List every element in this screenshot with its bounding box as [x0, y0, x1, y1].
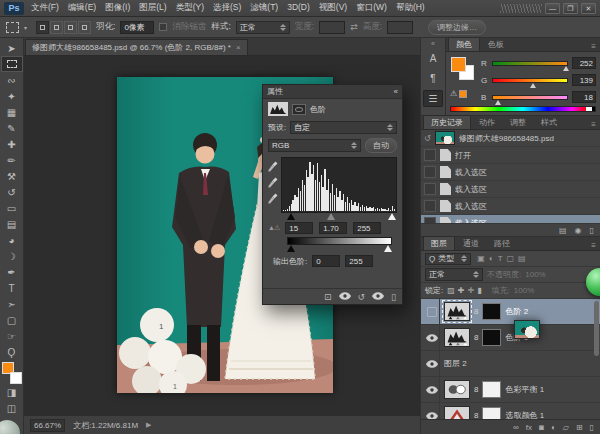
type-tool[interactable]: T [1, 280, 23, 296]
new-layer-icon[interactable]: ⊞ [576, 423, 583, 432]
filter-pixel-layers-icon[interactable]: ▣ [477, 254, 485, 263]
history-source-checkbox[interactable] [424, 149, 436, 161]
black-output-slider[interactable] [287, 245, 295, 252]
gamut-warning-icon[interactable]: ⚠ [450, 89, 457, 98]
levels-thumbnail[interactable] [444, 302, 470, 321]
refine-edge-button[interactable]: 调整边缘… [428, 20, 486, 35]
crop-tool[interactable]: ▦ [1, 104, 23, 120]
lock-position-icon[interactable]: ✛ [468, 286, 475, 295]
history-step-row[interactable]: 打开 [421, 147, 600, 164]
document-tab[interactable]: 修图师大雄986658485.psd @ 66.7% (色阶 2, RGB/8#… [25, 39, 248, 55]
selective-color-thumbnail[interactable] [444, 406, 470, 419]
output-white-field[interactable]: 255 [345, 255, 373, 267]
layer-row-selective-color[interactable]: 8 选取颜色 1 [421, 403, 600, 419]
subtract-selection-icon[interactable] [64, 21, 77, 34]
reset-adjustment-icon[interactable]: ↺ [358, 292, 366, 302]
move-tool[interactable]: ➤ [1, 40, 23, 56]
healing-brush-tool[interactable]: ✚ [1, 136, 23, 152]
layer-row-levels-2[interactable]: 8 色阶 2 [421, 299, 600, 325]
properties-panel-icon[interactable]: ☰ [423, 90, 443, 107]
refresh-histogram-icon[interactable]: ▲⚠ [268, 224, 279, 232]
tool-preset-caret-icon[interactable]: ▾ [24, 24, 27, 31]
feather-input[interactable]: 0像素 [120, 21, 154, 34]
layer-mask-thumbnail[interactable] [482, 303, 501, 320]
clone-stamp-tool[interactable]: ⚒ [1, 168, 23, 184]
filter-shape-layers-icon[interactable]: ▢ [507, 254, 515, 263]
layers-scrollbar[interactable] [594, 301, 599, 356]
layer-style-icon[interactable]: fx [526, 423, 532, 432]
white-output-slider[interactable] [384, 245, 392, 252]
new-document-from-state-icon[interactable]: ▤ [559, 226, 567, 235]
clip-to-layer-icon[interactable]: ⊡ [324, 292, 332, 302]
gradient-tool[interactable]: ▤ [1, 216, 23, 232]
history-brush-tool[interactable]: ↺ [1, 184, 23, 200]
tab-channels[interactable]: 通道 [456, 237, 486, 250]
delete-layer-icon[interactable]: ▯ [590, 423, 594, 432]
black-point-eyedropper-icon[interactable] [268, 161, 278, 172]
quick-select-tool[interactable]: ✦ [1, 88, 23, 104]
tab-swatches[interactable]: 色板 [481, 38, 511, 51]
fill-value[interactable]: 100% [514, 286, 534, 295]
zoom-level-field[interactable]: 66.67% [30, 419, 65, 432]
panel-menu-icon[interactable]: ≡ [591, 241, 598, 250]
eraser-tool[interactable]: ▭ [1, 200, 23, 216]
history-step-row-selected[interactable]: 载入选区 [421, 215, 600, 223]
gray-point-eyedropper-icon[interactable] [268, 177, 278, 188]
visibility-cell[interactable] [424, 351, 440, 376]
lasso-tool[interactable]: ∾ [1, 72, 23, 88]
color-spectrum-bar[interactable] [450, 106, 596, 112]
new-selection-icon[interactable] [36, 21, 49, 34]
layer-row-photo[interactable]: 图层 2 [421, 351, 600, 377]
tab-styles[interactable]: 样式 [534, 116, 564, 129]
tab-layers[interactable]: 图层 [423, 236, 455, 250]
add-selection-icon[interactable] [50, 21, 63, 34]
filter-smart-objects-icon[interactable]: ▤ [518, 254, 526, 263]
history-source-checkbox[interactable] [424, 200, 436, 212]
antialias-checkbox[interactable] [159, 23, 167, 31]
menu-3d[interactable]: 3D(D) [287, 2, 310, 14]
levels-thumbnail[interactable] [444, 328, 470, 347]
lock-transparency-icon[interactable]: ▨ [447, 286, 455, 295]
menu-view[interactable]: 视图(V) [319, 2, 347, 14]
menu-type[interactable]: 类型(Y) [176, 2, 204, 14]
gamma-input-slider[interactable] [327, 213, 335, 220]
restore-button[interactable]: ❐ [563, 3, 578, 14]
black-input-slider[interactable] [287, 213, 295, 220]
lock-pixels-icon[interactable]: ✚ [458, 286, 465, 295]
mask-link-icon[interactable]: 8 [474, 385, 478, 394]
preset-dropdown[interactable]: 自定 [290, 121, 397, 134]
delete-adjustment-icon[interactable]: ▯ [391, 292, 396, 302]
input-black-field[interactable]: 15 [285, 222, 313, 234]
mask-link-icon[interactable]: 8 [474, 333, 478, 342]
output-black-field[interactable]: 0 [312, 255, 340, 267]
layer-mask-thumbnail[interactable] [482, 381, 501, 398]
menu-edit[interactable]: 编辑(E) [68, 2, 96, 14]
blue-slider[interactable] [492, 95, 568, 100]
red-value-field[interactable]: 252 [572, 57, 596, 69]
visibility-cell[interactable] [424, 403, 440, 419]
layer-row-levels-1[interactable]: 8 色阶 1 [421, 325, 600, 351]
paragraph-panel-icon[interactable]: ¶ [423, 70, 443, 87]
style-dropdown[interactable]: 正常 [236, 21, 290, 34]
properties-tab[interactable]: 属性 [267, 86, 283, 97]
red-slider[interactable] [492, 61, 568, 66]
brush-tool[interactable]: ✏ [1, 152, 23, 168]
menu-select[interactable]: 选择(S) [213, 2, 241, 14]
menu-file[interactable]: 文件(F) [31, 2, 59, 14]
document-tab-close-icon[interactable]: × [236, 43, 241, 52]
visibility-cell[interactable] [424, 377, 440, 402]
foreground-color-swatch[interactable] [451, 57, 466, 72]
filter-adjustment-layers-icon[interactable]: ◐ [489, 254, 494, 263]
input-gamma-field[interactable]: 1.70 [319, 222, 347, 234]
swap-dimensions-icon[interactable]: ⇄ [350, 22, 358, 32]
character-panel-icon[interactable]: A [423, 50, 443, 67]
green-slider[interactable] [492, 78, 568, 83]
pen-tool[interactable]: ✒ [1, 264, 23, 280]
auto-button[interactable]: 自动 [365, 138, 397, 153]
blend-mode-dropdown[interactable]: 正常 [425, 268, 483, 281]
history-source-checkbox[interactable] [424, 183, 436, 195]
tab-color[interactable]: 颜色 [448, 37, 480, 51]
dodge-tool[interactable]: ☽ [1, 248, 23, 264]
eyedropper-tool[interactable]: ✎ [1, 120, 23, 136]
menu-window[interactable]: 窗口(W) [356, 2, 387, 14]
